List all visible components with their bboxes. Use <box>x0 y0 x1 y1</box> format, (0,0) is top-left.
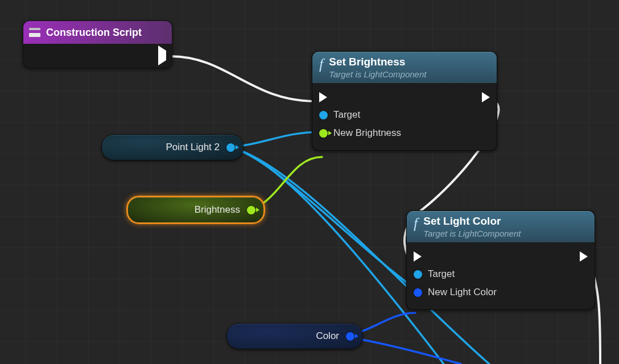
variable-output-pin[interactable] <box>346 332 354 341</box>
function-node-set-light-color[interactable]: f Set Light Color Target is LightCompone… <box>406 210 595 310</box>
input-pin-new-light-color[interactable]: New Light Color <box>414 283 588 301</box>
pin-label: Target <box>333 109 360 121</box>
variable-label: Brightness <box>195 204 240 216</box>
exec-input-pin[interactable] <box>319 89 327 106</box>
pin-label: New Light Color <box>428 287 497 298</box>
pin-label: New Brightness <box>333 127 401 139</box>
pin-label: Target <box>428 268 455 280</box>
event-node-body <box>23 44 172 68</box>
function-node-body: Target New Brightness <box>312 83 497 151</box>
blueprint-graph-canvas[interactable]: Construction Script f Set Brightness Tar… <box>0 0 619 364</box>
input-pin-new-brightness[interactable]: New Brightness <box>319 124 490 142</box>
function-node-body: Target New Light Color <box>406 242 595 310</box>
function-node-header[interactable]: f Set Brightness Target is LightComponen… <box>312 51 497 83</box>
function-node-subtitle: Target is LightComponent <box>329 69 426 79</box>
function-icon: f <box>414 216 418 231</box>
input-pin-target[interactable]: Target <box>414 265 588 283</box>
pin-dot-object <box>414 270 422 279</box>
variable-output-pin[interactable] <box>247 206 255 214</box>
pin-dot-float <box>319 129 328 138</box>
variable-label: Point Light 2 <box>166 142 220 153</box>
variable-get-color[interactable]: Color <box>226 323 363 349</box>
event-icon <box>29 28 40 37</box>
variable-output-pin[interactable] <box>226 143 235 152</box>
function-node-subtitle: Target is LightComponent <box>423 229 521 238</box>
exec-output-pin[interactable] <box>482 89 490 106</box>
pin-dot-struct <box>414 288 422 297</box>
input-pin-target[interactable]: Target <box>319 106 490 124</box>
pin-dot-object <box>319 111 328 119</box>
function-node-title: Set Brightness <box>329 56 426 68</box>
function-icon: f <box>319 57 323 72</box>
event-node-construction-script[interactable]: Construction Script <box>23 20 172 68</box>
function-node-set-brightness[interactable]: f Set Brightness Target is LightComponen… <box>312 51 497 151</box>
exec-output-pin[interactable] <box>580 248 588 265</box>
function-node-header[interactable]: f Set Light Color Target is LightCompone… <box>406 210 595 242</box>
function-node-title: Set Light Color <box>423 215 521 228</box>
variable-label: Color <box>316 330 339 342</box>
event-node-header[interactable]: Construction Script <box>23 20 172 44</box>
exec-output-pin[interactable] <box>158 51 166 61</box>
event-node-title: Construction Script <box>46 27 142 39</box>
variable-get-point-light-2[interactable]: Point Light 2 <box>101 134 244 160</box>
exec-input-pin[interactable] <box>414 248 422 265</box>
variable-get-brightness[interactable]: Brightness <box>126 196 265 224</box>
